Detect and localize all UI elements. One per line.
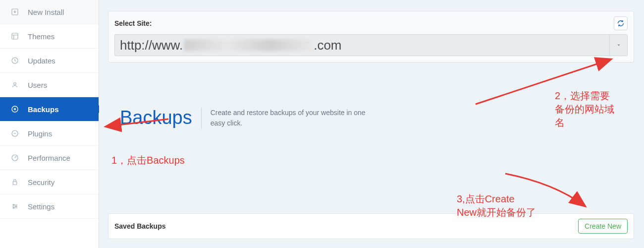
svg-rect-8 [13, 182, 17, 185]
sidebar-item-performance[interactable]: Performance [0, 146, 99, 170]
sidebar-item-label: Updates [28, 57, 55, 65]
sidebar-item-label: Themes [28, 32, 54, 41]
sidebar-item-settings[interactable]: Settings [0, 194, 99, 219]
create-new-button[interactable]: Create New [578, 219, 628, 234]
sidebar-item-users[interactable]: Users [0, 73, 99, 97]
svg-point-11 [13, 207, 14, 208]
security-icon [10, 177, 20, 187]
site-dropdown-caret[interactable] [609, 35, 627, 56]
sidebar-item-new-install[interactable]: New Install [0, 0, 99, 24]
sidebar-item-plugins[interactable]: Plugins [0, 122, 99, 146]
svg-point-9 [13, 204, 14, 205]
updates-icon [10, 56, 20, 65]
site-selector[interactable]: http://www. .com [114, 34, 628, 56]
sidebar-item-security[interactable]: Security [0, 170, 99, 194]
sidebar: New Install Themes Updates Users Backups [0, 0, 99, 248]
svg-point-5 [14, 109, 16, 110]
users-icon [10, 80, 20, 90]
select-site-panel: Select Site: http://www. .com [108, 11, 634, 62]
app-container: New Install Themes Updates Users Backups [0, 0, 644, 248]
themes-icon [10, 31, 20, 41]
site-url-prefix: http://www. [120, 38, 183, 53]
sidebar-item-label: Users [28, 81, 47, 89]
svg-rect-1 [12, 33, 18, 39]
select-site-label: Select Site: [114, 19, 152, 27]
sidebar-item-updates[interactable]: Updates [0, 49, 99, 73]
backups-icon [10, 104, 20, 114]
sidebar-item-label: New Install [28, 8, 64, 16]
sidebar-item-label: Backups [28, 105, 59, 114]
saved-backups-panel: Saved Backups Create New [108, 213, 634, 239]
main-content: Select Site: http://www. .com Backups Cr… [99, 0, 644, 248]
site-url-redacted [184, 39, 313, 51]
refresh-button[interactable] [614, 16, 628, 30]
backups-heading: Backups Create and restore backups of yo… [120, 107, 634, 128]
plugins-icon [10, 128, 20, 138]
select-site-header: Select Site: [114, 16, 628, 30]
performance-icon [10, 153, 20, 163]
svg-point-3 [14, 83, 16, 85]
sidebar-item-label: Security [28, 178, 54, 186]
download-icon [10, 7, 20, 17]
site-url-display: http://www. .com [115, 38, 609, 53]
sidebar-item-themes[interactable]: Themes [0, 24, 99, 49]
sidebar-item-label: Settings [28, 202, 54, 211]
backups-title: Backups [120, 107, 201, 128]
svg-point-10 [15, 206, 16, 207]
backups-description: Create and restore backups of your websi… [201, 108, 370, 128]
sidebar-item-label: Performance [28, 154, 70, 162]
svg-point-4 [12, 106, 18, 112]
sidebar-item-backups[interactable]: Backups [0, 97, 99, 122]
settings-icon [10, 201, 20, 211]
sidebar-item-label: Plugins [28, 129, 52, 138]
saved-backups-label: Saved Backups [114, 222, 166, 230]
site-url-suffix: .com [314, 38, 341, 53]
